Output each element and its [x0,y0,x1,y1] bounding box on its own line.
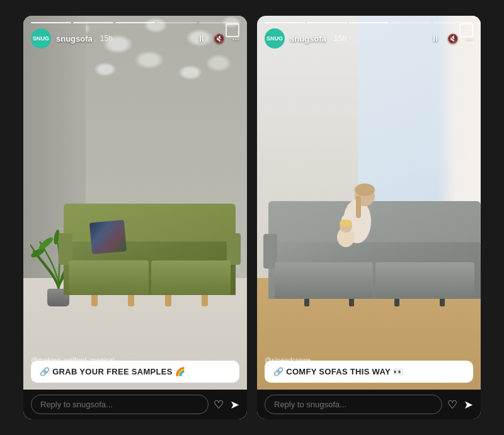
cta-button-left[interactable]: 🔗 GRAB YOUR FREE SAMPLES 🌈 [31,361,239,383]
cushion-1 [69,260,149,295]
footer-icons-right: ♡ ➤ [447,398,473,412]
progress-bar-1 [31,22,71,23]
cta-button-right[interactable]: 🔗 COMFY SOFAS THIS WAY 👀 [265,361,473,383]
send-icon-left[interactable]: ➤ [230,398,239,412]
sofa-leg-r3 [394,299,399,306]
progress-bar-4 [157,22,197,23]
heart-icon-left[interactable]: ♡ [214,398,224,412]
progress-bars-right [265,22,473,23]
sofa-left [64,238,236,306]
story-card-right: SNUG snugsofa 15h ⏸ 🔇 ··· [257,16,481,419]
sofa-leg-2 [128,295,134,306]
svg-point-12 [340,219,352,227]
more-icon-right[interactable]: ··· [466,33,473,44]
sofa-leg-1 [91,295,98,306]
cta-text-left[interactable]: 🔗 GRAB YOUR FREE SAMPLES 🌈 [40,367,185,376]
sofa-leg-r4 [440,299,445,306]
timestamp-left: 15h [100,34,113,43]
progress-bar-2 [73,22,113,23]
story-header-right: SNUG snugsofa 15h ⏸ 🔇 ··· [257,16,481,52]
footer-icons-left: ♡ ➤ [214,398,239,412]
story-footer-left: ♡ ➤ [23,390,247,419]
story-controls-right[interactable]: ⏸ 🔇 ··· [431,33,473,44]
sofa-leg-r2 [349,299,354,306]
progress-bar-r3 [349,22,389,23]
sofa-body-left [64,238,236,295]
progress-bar-3 [115,22,156,23]
username-right: snugsofa [290,34,326,44]
svg-rect-8 [356,196,361,218]
avatar-left: SNUG [31,28,51,49]
cushion-2 [151,260,231,295]
cushion-r2 [375,262,474,299]
sofa-leg-r1 [304,299,309,306]
avatar-right: SNUG [265,28,285,49]
story-card-left: SNUG snugsofa 15h ⏸ 🔇 ··· [23,16,247,419]
story-user-left: SNUG snugsofa 15h [31,28,113,49]
sofa-cushion-left [64,260,236,295]
send-icon-right[interactable]: ➤ [464,398,473,412]
reply-input-right[interactable] [265,395,442,414]
pause-icon-right[interactable]: ⏸ [431,33,440,44]
cushion-r1 [275,262,374,299]
mute-icon-left[interactable]: 🔇 [214,33,224,44]
sofa-legs-right [268,299,481,306]
more-icon-left[interactable]: ··· [232,33,239,44]
story-header-left: SNUG snugsofa 15h ⏸ 🔇 ··· [23,16,247,52]
cta-text-right[interactable]: 🔗 COMFY SOFAS THIS WAY 👀 [273,367,403,376]
sofa-leg-3 [165,295,171,306]
mute-icon-right[interactable]: 🔇 [447,33,458,44]
story-footer-right: ♡ ➤ [257,390,481,419]
heart-icon-right[interactable]: ♡ [447,398,457,412]
pillow-left [89,220,126,255]
progress-bar-r1 [265,22,305,23]
timestamp-right: 15h [334,34,346,43]
username-left: snugsofa [56,34,93,44]
story-meta-left: SNUG snugsofa 15h ⏸ 🔇 ··· [31,28,239,49]
story-controls-left[interactable]: ⏸ 🔇 ··· [197,33,239,44]
sofa-leg-4 [202,295,208,306]
story-image-right: @sineadcrowe 🔗 COMFY SOFAS THIS WAY 👀 [257,16,481,419]
progress-bar-r4 [391,22,431,23]
pause-icon-left[interactable]: ⏸ [197,33,206,44]
progress-bar-r5 [433,22,473,23]
svg-point-1 [37,235,55,252]
stories-container: SNUG snugsofa 15h ⏸ 🔇 ··· [11,3,493,432]
reply-input-left[interactable] [31,395,209,414]
story-user-right: SNUG snugsofa 15h [265,28,346,49]
person-on-sofa [319,171,389,253]
progress-bar-r2 [307,22,347,23]
story-image-left: @making_walford_magical 🔗 GRAB YOUR FREE… [23,16,247,419]
sofa-legs-left [64,295,236,306]
story-meta-right: SNUG snugsofa 15h ⏸ 🔇 ··· [265,28,473,49]
svg-point-7 [355,183,375,196]
progress-bar-5 [199,22,239,23]
sofa-seat-right [268,262,481,299]
progress-bars-left [31,22,239,23]
